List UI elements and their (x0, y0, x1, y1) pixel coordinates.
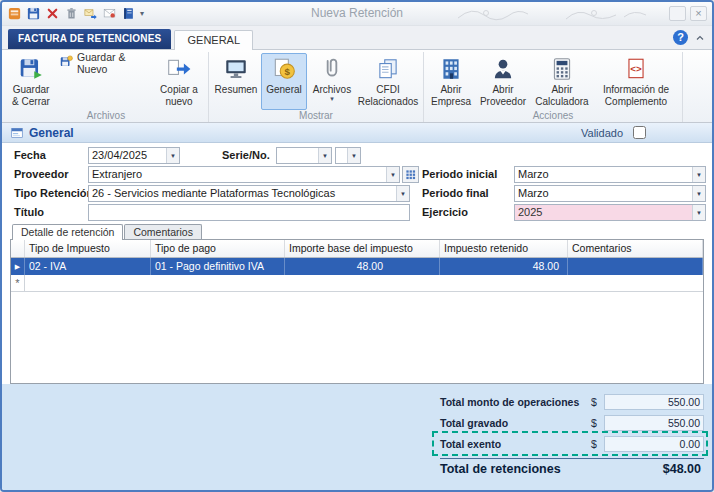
ribbon-group-archivos: Guardar & Cerrar Guardar & Nuevo Copiar … (4, 52, 209, 122)
person-icon (490, 55, 516, 83)
archivos-dropdown-icon[interactable]: ▾ (330, 96, 334, 102)
section-title: General (29, 126, 74, 140)
grid-header-tipo-pago[interactable]: Tipo de pago (151, 240, 285, 257)
ribbon-group-acciones: Abrir Empresa Abrir Proveedor Abrir Calc… (424, 52, 683, 122)
total-retenciones-row: Total de retenciones $48.00 (440, 458, 704, 476)
svg-text:<>: <> (630, 63, 642, 74)
table-row[interactable]: ▶ 02 - IVA 01 - Pago definitivo IVA 48.0… (11, 258, 703, 275)
proveedor-value: Extranjero (89, 167, 386, 182)
ribbon: Guardar & Cerrar Guardar & Nuevo Copiar … (2, 49, 712, 123)
copiar-a-nuevo-button[interactable]: Copiar a nuevo (154, 53, 204, 110)
periodo-final-label: Periodo final (422, 187, 489, 199)
grid-new-row[interactable]: * (11, 275, 703, 292)
abrir-empresa-button[interactable]: Abrir Empresa (428, 53, 474, 110)
periodo-final-combo[interactable]: Marzo ▼ (514, 185, 706, 202)
dropdown-icon[interactable]: ▼ (692, 167, 705, 182)
currency-symbol: $ (591, 417, 604, 429)
trash-icon[interactable] (64, 6, 79, 21)
total-monto-operaciones-row: Total monto de operaciones $ 550.00 (440, 391, 704, 412)
currency-symbol: $ (591, 438, 604, 450)
cell-tipo-impuesto[interactable]: 02 - IVA (25, 258, 151, 275)
abrir-calculadora-button[interactable]: Abrir Calculadora (532, 53, 592, 110)
maximize-button[interactable] (669, 6, 686, 21)
dropdown-icon[interactable]: ▼ (396, 186, 409, 201)
mail-icon[interactable] (102, 6, 117, 21)
toolbar-options-icon[interactable]: ▾ (140, 6, 144, 21)
window-controls: × (669, 6, 707, 21)
serie-combo[interactable]: ▼ (276, 147, 332, 164)
save-new-icon (59, 55, 73, 71)
cell-tipo-pago[interactable]: 01 - Pago definitivo IVA (151, 258, 285, 275)
validado-label: Validado (581, 127, 623, 139)
numero-combo[interactable]: ▼ (335, 147, 361, 164)
building-icon (438, 55, 464, 83)
send-icon[interactable] (83, 6, 98, 21)
cell-comentarios[interactable] (568, 258, 703, 275)
general-label: General (266, 84, 302, 96)
grid-header-indicator (11, 240, 25, 257)
collapse-ribbon-icon[interactable] (694, 32, 706, 44)
close-button[interactable]: × (690, 6, 707, 21)
save-icon[interactable] (26, 6, 41, 21)
abrir-proveedor-button[interactable]: Abrir Proveedor (476, 53, 530, 110)
guardar-cerrar-button[interactable]: Guardar & Cerrar (8, 53, 54, 110)
fecha-value: 23/04/2025 (89, 148, 166, 163)
titlebar: ▾ Nueva Retención × (2, 2, 712, 26)
dropdown-icon[interactable]: ▼ (692, 205, 705, 220)
dropdown-icon[interactable]: ▼ (166, 148, 179, 163)
proveedor-lookup-button[interactable] (402, 166, 419, 183)
periodo-inicial-value: Marzo (515, 167, 692, 182)
guardar-nuevo-button[interactable]: Guardar & Nuevo (56, 53, 152, 72)
guardar-cerrar-label: Guardar & Cerrar (11, 84, 51, 107)
titulo-input[interactable] (88, 204, 410, 221)
tab-comentarios[interactable]: Comentarios (124, 224, 202, 239)
total-gravado-label: Total gravado (440, 417, 591, 429)
group-label-acciones: Acciones (428, 110, 678, 122)
dropdown-icon[interactable]: ▼ (386, 167, 399, 182)
general-button[interactable]: $ General (261, 53, 307, 110)
fecha-datepicker[interactable]: 23/04/2025 ▼ (88, 147, 180, 164)
paperclip-icon (319, 55, 345, 83)
form-fields: Fecha 23/04/2025 ▼ Serie/No. ▼ ▼ Proveed… (2, 143, 712, 223)
grid-header-impuesto-retenido[interactable]: Impuesto retenido (440, 240, 568, 257)
grid-header-tipo-impuesto[interactable]: Tipo de Impuesto (25, 240, 151, 257)
new-row-indicator-icon: * (11, 275, 25, 291)
cell-importe-base[interactable]: 48.00 (285, 258, 440, 275)
validado-checkbox[interactable] (633, 126, 646, 139)
totals-block: Total monto de operaciones $ 550.00 Tota… (440, 391, 704, 476)
dropdown-icon[interactable]: ▼ (347, 148, 360, 163)
lookup-grid-icon (405, 169, 416, 180)
help-icon[interactable]: ? (673, 30, 688, 45)
svg-text:$: $ (285, 66, 291, 77)
tipo-retencion-combo[interactable]: 26 - Servicios mediante Plataformas Tecn… (88, 185, 410, 202)
proveedor-label: Proveedor (14, 168, 68, 180)
ejercicio-combo[interactable]: 2025 ▼ (514, 204, 706, 221)
dropdown-icon[interactable]: ▼ (692, 186, 705, 201)
proveedor-combo[interactable]: Extranjero ▼ (88, 166, 400, 183)
resumen-button[interactable]: Resumen (213, 53, 259, 110)
copy-to-new-icon (166, 55, 192, 83)
tab-general[interactable]: GENERAL (174, 30, 253, 50)
tab-detalle-de-retencion[interactable]: Detalle de retención (12, 224, 123, 240)
tab-factura-de-retenciones[interactable]: FACTURA DE RETENCIONES (8, 29, 171, 49)
tipo-retencion-value: 26 - Servicios mediante Plataformas Tecn… (89, 186, 396, 201)
titlebar-ornament (456, 4, 656, 24)
tipo-retencion-label: Tipo Retención (14, 187, 93, 199)
cell-impuesto-retenido[interactable]: 48.00 (440, 258, 568, 275)
ledger-icon[interactable] (121, 6, 136, 21)
form-icon (10, 126, 24, 140)
dropdown-icon[interactable]: ▼ (318, 148, 331, 163)
periodo-inicial-combo[interactable]: Marzo ▼ (514, 166, 706, 183)
informacion-complemento-button[interactable]: <> Información de Complemento (594, 53, 678, 110)
fecha-label: Fecha (14, 149, 46, 161)
cfdi-relacionados-button[interactable]: CFDI Relacionados (357, 53, 419, 110)
delete-icon[interactable] (45, 6, 60, 21)
calculator-icon (549, 55, 575, 83)
save-close-icon (18, 55, 44, 83)
retenciones-grid: Tipo de Impuesto Tipo de pago Importe ba… (10, 240, 704, 384)
grid-header-importe-base[interactable]: Importe base del impuesto (285, 240, 440, 257)
app-window: ▾ Nueva Retención × FACTURA DE RETENCION… (0, 0, 714, 492)
app-icon[interactable] (7, 6, 22, 21)
archivos-button[interactable]: Archivos ▾ (309, 53, 355, 110)
grid-header-comentarios[interactable]: Comentarios (568, 240, 703, 257)
